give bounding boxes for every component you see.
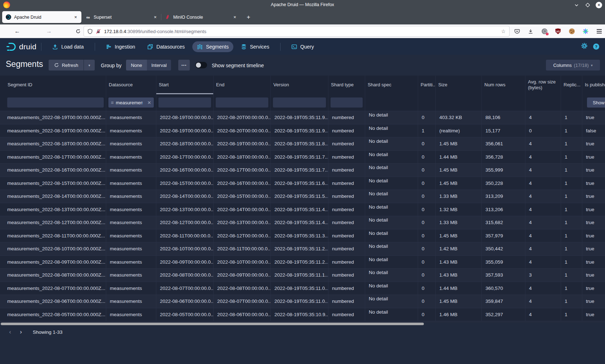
cell-num-rows: 355,059 <box>482 256 525 269</box>
columns-button[interactable]: Columns (17/18) ▾ <box>546 60 600 70</box>
column-header-label: Avg. row size (bytes) <box>528 79 559 91</box>
filter-input-2[interactable] <box>158 97 211 108</box>
segment-timeline-toggle[interactable] <box>195 62 207 68</box>
cell-start: 2022-08-19T00:00:00.0... <box>156 111 214 124</box>
containers-asterisk-icon[interactable] <box>582 28 588 35</box>
group-by-none-button[interactable]: None <box>126 60 147 70</box>
column-header-datasource[interactable]: Datasource <box>106 76 156 94</box>
column-header-avg-row-size-bytes[interactable]: Avg. row size (bytes) <box>525 76 561 94</box>
cell-end: 2022-08-06T00:00:00.0... <box>214 308 271 321</box>
cell-replicas: 1 <box>561 111 582 124</box>
filter-input-4[interactable] <box>273 97 326 108</box>
browser-tab-apache-druid[interactable]: Apache Druid× <box>2 11 81 23</box>
show-filter-button[interactable]: Show <box>587 97 605 108</box>
table-row: measurements_2022-08-16T00:00:00.000Z...… <box>0 163 605 177</box>
column-header-num-rows[interactable]: Num rows <box>482 76 525 94</box>
column-header-replic[interactable]: Replic... <box>561 76 582 94</box>
pocket-icon[interactable] <box>514 28 520 35</box>
cell-version: 2022-08-19T05:35:11.4... <box>271 216 328 229</box>
nav-item-label: Segments <box>206 44 229 50</box>
nav-item-query[interactable]: Query <box>287 41 319 52</box>
menu-hamburger-icon[interactable] <box>596 28 602 35</box>
column-header-start[interactable]: Start <box>156 76 214 94</box>
bookmark-star-icon[interactable]: ☆ <box>501 28 506 34</box>
nav-item-load-data[interactable]: Load data <box>48 41 88 52</box>
tab-strip-bar: Apache Druid×∞Superset×MinIO Console× + <box>0 10 605 24</box>
insecure-lock-icon[interactable] <box>96 29 101 34</box>
cell-size: 1.44 MB <box>436 151 482 164</box>
column-header-end[interactable]: End <box>214 76 271 94</box>
next-page-button[interactable]: › <box>17 328 25 336</box>
shield-icon[interactable] <box>88 29 93 34</box>
column-header-partiti[interactable]: Partiti... <box>418 76 436 94</box>
filter-input-3[interactable] <box>216 97 268 108</box>
extension-icon[interactable]: × <box>541 28 547 35</box>
tab-close-icon[interactable]: × <box>72 14 79 21</box>
column-header-shard-type[interactable]: Shard type <box>328 76 365 94</box>
tab-strip: Apache Druid×∞Superset×MinIO Console× <box>0 11 241 23</box>
back-button[interactable]: ← <box>12 26 22 36</box>
cell-start: 2022-08-06T00:00:00.0... <box>156 295 214 308</box>
table-filter-row: =measurements✕Show <box>0 94 605 111</box>
window-close-icon[interactable]: × <box>596 2 602 8</box>
filter-remove-icon[interactable]: ✕ <box>147 100 151 105</box>
cell-start: 2022-08-17T00:00:00.0... <box>156 151 214 164</box>
settings-gear-icon[interactable] <box>581 42 588 51</box>
group-by-label: Group by <box>101 63 122 68</box>
horizontal-scrollbar[interactable] <box>1 323 424 325</box>
nav-item-ingestion[interactable]: Ingestion <box>101 41 140 52</box>
druid-logo[interactable]: druid <box>6 42 36 51</box>
cell-shard-type: numbered <box>328 229 365 242</box>
table-row: measurements_2022-08-18T00:00:00.000Z...… <box>0 137 605 150</box>
druid-navbar: druid Load dataIngestionDatasourcesSegme… <box>0 38 605 55</box>
nav-item-datasources[interactable]: Datasources <box>143 41 189 52</box>
cookie-icon[interactable] <box>569 28 575 35</box>
tab-close-icon[interactable]: × <box>152 14 158 21</box>
column-header-label: Replic... <box>564 82 581 88</box>
browser-tab-minio-console[interactable]: MinIO Console× <box>161 11 241 23</box>
table-row: measurements_2022-08-10T00:00:00.000Z...… <box>0 242 605 255</box>
url-bar[interactable]: 172.18.0.4:30899/unified-console.html#se… <box>84 26 510 37</box>
cell-is-published: true <box>582 164 605 177</box>
table-row: measurements_2022-08-09T00:00:00.000Z...… <box>0 255 605 269</box>
cell-segment-id: measurements_2022-08-18T00:00:00.000Z... <box>0 137 106 150</box>
cell-replicas: 1 <box>561 151 582 164</box>
help-icon[interactable]: ? <box>593 44 599 50</box>
cell-size: 1.33 MB <box>436 216 482 229</box>
column-header-size[interactable]: Size <box>436 76 482 94</box>
previous-page-button[interactable]: ‹ <box>6 328 14 336</box>
datasource-filter-chip[interactable]: =measurements✕ <box>108 97 154 108</box>
nav-item-segments[interactable]: Segments <box>192 41 233 52</box>
cell-avg-row-size: 4 <box>525 137 561 150</box>
cell-replicas: 1 <box>561 190 582 203</box>
filter-input-0[interactable] <box>7 97 104 108</box>
filter-input-5[interactable] <box>331 97 363 108</box>
group-by-interval-button[interactable]: Interval <box>147 60 171 70</box>
tab-close-icon[interactable]: × <box>232 14 238 21</box>
column-header-version[interactable]: Version <box>271 76 328 94</box>
forward-button[interactable]: → <box>44 26 54 36</box>
datasources-icon <box>147 44 153 50</box>
refresh-dropdown-button[interactable]: ▾ <box>84 60 95 70</box>
cell-partition: 0 <box>418 216 436 229</box>
nav-item-services[interactable]: Services <box>236 41 274 52</box>
cell-partition: 0 <box>418 190 436 203</box>
column-header-shard-spec[interactable]: Shard spec <box>365 76 418 94</box>
window-maximize-icon[interactable] <box>584 2 591 8</box>
cell-avg-row-size: 4 <box>525 229 561 242</box>
cell-shard-spec: No detail <box>365 269 418 282</box>
ublock-icon[interactable]: UO <box>555 28 561 35</box>
cell-shard-type: numbered <box>328 177 365 190</box>
browser-tab-superset[interactable]: ∞Superset× <box>82 11 161 23</box>
refresh-button[interactable]: Refresh <box>49 60 84 70</box>
reload-button[interactable] <box>73 26 83 36</box>
column-header-segment-id[interactable]: Segment ID <box>0 76 106 94</box>
new-tab-button[interactable]: + <box>243 12 254 22</box>
column-header-is-published[interactable]: Is published <box>582 76 605 94</box>
window-minimize-icon[interactable] <box>573 2 580 8</box>
cell-size: 1.43 MB <box>436 256 482 269</box>
url-text[interactable]: 172.18.0.4:30899/unified-console.html#se… <box>104 29 498 34</box>
filter-cell-7 <box>418 94 436 111</box>
more-options-button[interactable]: ••• <box>178 60 190 70</box>
downloads-icon[interactable] <box>528 28 534 35</box>
